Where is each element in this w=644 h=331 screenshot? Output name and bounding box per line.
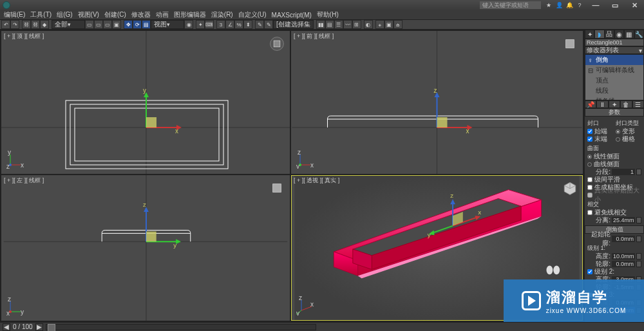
show-end-button[interactable]: Ⅱ (596, 100, 608, 108)
menu-group[interactable]: 组(G) (57, 10, 72, 19)
gen-mapping-checkbox[interactable] (587, 185, 592, 190)
tab-motion-icon[interactable]: ◉ (614, 30, 624, 39)
time-slider[interactable] (46, 324, 316, 330)
undo-button[interactable]: ↶ (1, 20, 10, 29)
snap-button[interactable]: 3 (216, 20, 225, 29)
viewcube-front-icon[interactable] (562, 36, 578, 52)
schematic-button[interactable]: ⊞ (352, 20, 361, 29)
menu-render[interactable]: 渲染(R) (211, 10, 233, 19)
scale-button[interactable]: ▤ (142, 20, 151, 29)
stack-sub-spline[interactable]: 样条线 (585, 96, 643, 100)
render-button[interactable]: 🜁 (393, 20, 402, 29)
ref-coord-dropdown[interactable]: 视图 ▾ (151, 20, 184, 29)
render-setup-button[interactable]: 🜨 (375, 20, 384, 29)
viewport-front-label[interactable]: [ + ][ 前 ][ 线框 ] (294, 32, 334, 41)
viewport-top-label[interactable]: [ + ][ 顶 ][ 线框 ] (4, 32, 44, 41)
menu-grapheditors[interactable]: 图形编辑器 (174, 10, 206, 19)
bell-icon[interactable]: 🔔 (565, 1, 573, 9)
redo-button[interactable]: ↷ (10, 20, 19, 29)
selection-filter-dropdown[interactable]: 全部 ▾ (52, 20, 85, 29)
angle-snap-button[interactable]: ∠ (225, 20, 234, 29)
help-icon[interactable]: ? (576, 1, 583, 9)
menu-animation[interactable]: 动画 (156, 10, 169, 19)
maximize-button[interactable]: ▭ (608, 1, 622, 9)
viewport-left[interactable]: [ + ][ 左 ][ 线框 ] z y zyx (1, 175, 290, 321)
menu-view[interactable]: 视图(V) (78, 10, 99, 19)
percent-snap-button[interactable]: % (234, 20, 243, 29)
modifier-list-dropdown[interactable]: 修改器列表▾ (585, 46, 644, 54)
menu-modifiers[interactable]: 修改器 (131, 10, 151, 19)
separation-spinner[interactable] (636, 217, 641, 223)
named-sel-button[interactable]: ✎ (255, 20, 264, 29)
stack-item-editable-spline[interactable]: ⊟ 可编辑样条线 (585, 65, 643, 75)
spinner-snap-button[interactable]: ⬍ (243, 20, 252, 29)
rollup-parameters-header[interactable]: 参数 (585, 108, 644, 117)
named-sel2-button[interactable]: ✎ (264, 20, 273, 29)
start-outline-input[interactable]: 0.0mm (612, 236, 635, 242)
bind-button[interactable]: ◆ (40, 20, 49, 29)
menu-maxscript[interactable]: MAXScript(M) (272, 12, 312, 19)
viewport-persp-label[interactable]: [ + ][ 透视 ][ 真实 ] (294, 176, 339, 185)
unlink-button[interactable]: ⛓ (31, 20, 40, 29)
menu-create[interactable]: 创建(C) (104, 10, 126, 19)
tab-hierarchy-icon[interactable]: 品 (605, 30, 614, 39)
timeslider-prev-button[interactable]: ◀ (3, 323, 10, 331)
menu-edit[interactable]: 编辑(E) (4, 10, 25, 19)
tab-display-icon[interactable]: ▦ (624, 30, 634, 39)
menu-help[interactable]: 帮助(H) (317, 10, 339, 19)
l1-height-input[interactable]: 10.0mm (612, 253, 635, 260)
linear-side-radio[interactable] (587, 155, 592, 159)
window-crossing-button[interactable]: ▣ (112, 20, 121, 29)
viewcube-left-icon[interactable] (269, 180, 285, 196)
start-outline-spinner[interactable] (636, 236, 641, 242)
separation-input[interactable]: 25.4mm (612, 217, 635, 223)
cap-grid-radio[interactable] (616, 137, 620, 142)
viewcube-persp-icon[interactable] (562, 180, 578, 196)
segments-input[interactable]: 1 (612, 169, 635, 175)
viewcube-top-icon[interactable] (269, 36, 285, 52)
menu-customize[interactable]: 自定义(U) (238, 10, 267, 19)
cap-end-checkbox[interactable] (587, 137, 592, 142)
render-frame-button[interactable]: ▣ (384, 20, 393, 29)
help-search-input[interactable]: 键入关键字或短语 (480, 1, 541, 9)
named-selset-dropdown[interactable]: [创建选择集 (273, 20, 314, 29)
curve-editor-button[interactable]: 〰 (343, 20, 352, 29)
level2-checkbox[interactable] (587, 269, 592, 274)
move-button[interactable]: ✥ (124, 20, 133, 29)
viewport-top[interactable]: [ + ][ 顶 ][ 线框 ] y x yxz (1, 31, 290, 174)
curved-side-radio[interactable] (587, 162, 592, 167)
select-button[interactable]: ▭ (85, 20, 94, 29)
pivot-button[interactable]: ◉ (184, 20, 193, 29)
select-rect-button[interactable]: ▭ (103, 20, 112, 29)
close-button[interactable]: ✕ (627, 1, 641, 9)
manip-button[interactable]: ✦ (196, 20, 205, 29)
tab-modify-icon[interactable]: ◗ (594, 30, 604, 39)
l1-height-spinner[interactable] (636, 253, 641, 260)
l1-outline-spinner[interactable] (636, 261, 641, 267)
select-name-button[interactable]: ▭ (94, 20, 103, 29)
cap-morph-radio[interactable] (616, 129, 620, 134)
unique-button[interactable]: ✦ (609, 100, 620, 108)
cap-start-checkbox[interactable] (587, 129, 592, 134)
stack-item-bevel[interactable]: ♀ 倒角 (585, 55, 643, 65)
stack-sub-segment[interactable]: 线段 (585, 86, 643, 96)
remove-mod-button[interactable]: 🗑 (620, 100, 632, 108)
pin-stack-button[interactable]: 📌 (585, 100, 596, 108)
avoid-intersect-checkbox[interactable] (587, 210, 592, 215)
time-slider-thumb[interactable] (48, 324, 55, 332)
link-button[interactable]: ⛓ (22, 20, 31, 29)
modifier-stack[interactable]: ♀ 倒角 ⊟ 可编辑样条线 顶点 线段 样条线 (585, 54, 644, 100)
smooth-between-checkbox[interactable] (587, 177, 592, 182)
tab-create-icon[interactable]: ✦ (585, 30, 594, 39)
l1-outline-input[interactable]: 0.0mm (612, 261, 635, 267)
viewport-front[interactable]: [ + ][ 前 ][ 线框 ] z x zxy (291, 31, 583, 174)
timeslider-next-button[interactable]: ▶ (35, 323, 43, 331)
align-button[interactable]: ▤ (325, 20, 334, 29)
segments-spinner[interactable] (636, 169, 641, 175)
viewport-left-label[interactable]: [ + ][ 左 ][ 线框 ] (4, 176, 44, 185)
minimize-button[interactable]: — (589, 1, 603, 9)
keyboard-button[interactable]: ⌨ (205, 20, 214, 29)
tab-utilities-icon[interactable]: 🔧 (634, 30, 644, 39)
mirror-button[interactable]: ▮▮ (316, 20, 325, 29)
star-icon[interactable]: ★ (545, 1, 553, 9)
